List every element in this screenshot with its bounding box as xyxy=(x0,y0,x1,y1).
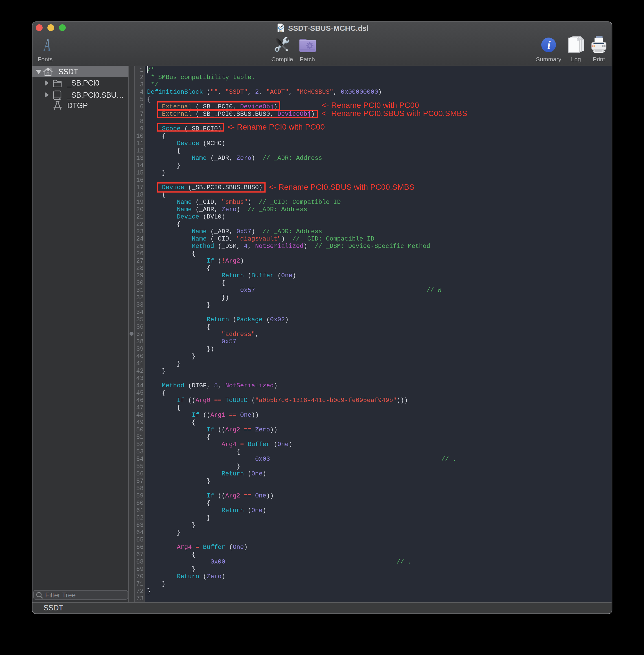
svg-text:i: i xyxy=(547,38,551,51)
svg-text:DSL: DSL xyxy=(279,30,282,32)
svg-text:A: A xyxy=(43,38,50,52)
